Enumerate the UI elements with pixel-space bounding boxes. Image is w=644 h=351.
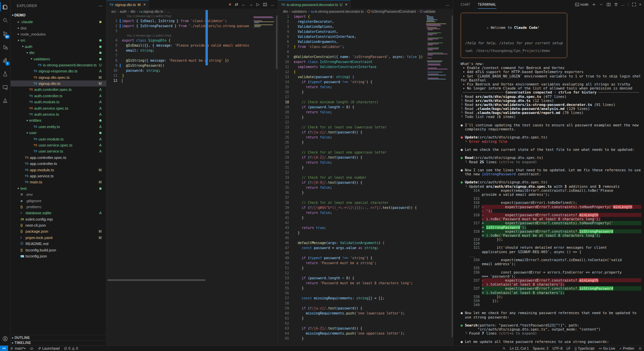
nav-back-icon[interactable]: ←: [242, 2, 246, 7]
azure-icon[interactable]: [0, 94, 11, 107]
terminal-output[interactable]: ✳ Welcome to Claude Code! /help for help…: [461, 9, 641, 345]
accounts-icon[interactable]: [0, 332, 11, 345]
code-line[interactable]: 49 if (typeof password !== 'string') {: [278, 255, 453, 260]
code-line[interactable]: 59 if (!/[a-z]/.test(password)) {: [278, 306, 453, 311]
breadcrumb-item[interactable]: src: [111, 9, 116, 13]
breadcrumb-item[interactable]: auth: [120, 9, 126, 13]
code-line[interactable]: 23 // Check for at least one lowercase l…: [278, 125, 453, 130]
close-icon[interactable]: ×: [345, 2, 347, 7]
new-terminal-icon[interactable]: [592, 2, 596, 7]
breadcrumb-item[interactable]: validate: [420, 9, 435, 13]
tree-item[interactable]: ▾auth: [11, 44, 106, 50]
tree-item[interactable]: {}.prettierrc: [11, 204, 106, 210]
tree-item[interactable]: TSmain.tsM: [11, 179, 106, 185]
more-actions-icon[interactable]: …: [621, 2, 625, 6]
publish-changes[interactable]: [28, 346, 36, 351]
tree-item[interactable]: {}package.jsonM: [11, 228, 106, 234]
compare-icon[interactable]: ⇄: [235, 2, 238, 7]
tree-item[interactable]: ▸.claude: [11, 19, 106, 25]
code-line[interactable]: 65 }: [278, 336, 453, 341]
tree-item[interactable]: ▾entities: [11, 117, 106, 123]
end-of-line[interactable]: LF: [565, 346, 573, 351]
code-line[interactable]: 16 }: [278, 90, 453, 95]
code-line[interactable]: 62: [278, 321, 453, 326]
tree-item[interactable]: ≡database.sqliteA: [11, 210, 106, 216]
code-line[interactable]: 37: [278, 195, 453, 200]
code-line[interactable]: 15 return false;: [278, 84, 453, 90]
code-line[interactable]: 43 return true;: [278, 225, 453, 230]
code-line[interactable]: 46 defaultMessage(args: ValidationArgume…: [278, 240, 453, 245]
code-line[interactable]: 27: [278, 145, 453, 150]
code-line[interactable]: 36 }: [278, 190, 453, 195]
breadcrumb-item[interactable]: TSis-strong-password.decorator.ts: [310, 9, 364, 13]
code-line[interactable]: 61 }: [278, 316, 453, 321]
breadcrumb-item[interactable]: TSsignup.dto.ts: [139, 9, 163, 13]
run-and-debug-icon[interactable]: [0, 40, 11, 54]
language-mode[interactable]: {}TypeScript: [573, 346, 596, 351]
tree-item[interactable]: TSauth.controller.tsA: [11, 93, 106, 99]
claude-icon[interactable]: ∗: [228, 2, 232, 7]
nav-forward-icon[interactable]: →: [249, 2, 253, 7]
code-line[interactable]: 32: [278, 170, 453, 175]
code-line[interactable]: 28 // Check for at least one uppercase l…: [278, 150, 453, 155]
code-line[interactable]: 22: [278, 120, 453, 125]
remote-explorer-icon[interactable]: [0, 80, 11, 94]
code-line[interactable]: 51 }: [278, 266, 453, 271]
go-live[interactable]: Go Live: [596, 346, 617, 351]
code-line[interactable]: 4export class SignupDto {: [107, 38, 278, 43]
code-line[interactable]: 33 // Check for at least one number: [278, 175, 453, 180]
tree-item[interactable]: ◆.gitignore: [11, 197, 106, 203]
search-icon[interactable]: [0, 13, 11, 27]
code-line[interactable]: 24 if (!/[a-z]/.test(password)) {: [278, 130, 453, 135]
tab-terminal[interactable]: TERMINAL: [478, 0, 496, 9]
tree-item[interactable]: ▾src: [11, 37, 106, 43]
code-line[interactable]: 12: [107, 78, 278, 83]
code-line[interactable]: 3: [107, 28, 278, 34]
code-line[interactable]: 19 if (password.length < 8) {: [278, 105, 453, 110]
code-line[interactable]: 63 if (!/[A-Z]/.test(password)) {: [278, 326, 453, 331]
code-line[interactable]: 41 }: [278, 215, 453, 220]
code-line[interactable]: 17: [278, 95, 453, 100]
tree-item[interactable]: TSauth.controller.spec.tsA: [11, 86, 106, 93]
tree-item[interactable]: TSapp.module.tsM: [11, 167, 106, 173]
source-control-icon[interactable]: 50: [0, 27, 11, 40]
code-line[interactable]: 64 missingRequirements.push('one upperca…: [278, 331, 453, 336]
tree-item[interactable]: ▸dist: [11, 25, 106, 31]
tree-item[interactable]: ▾validators: [11, 56, 106, 62]
code-line[interactable]: 20 return false;: [278, 110, 453, 115]
git-branch[interactable]: main*+: [8, 346, 28, 351]
code-line[interactable]: 1import { IsEmail, IsString } from 'clas…: [107, 18, 278, 23]
tree-item[interactable]: TSsignup.dto.spec.tsM: [11, 74, 106, 80]
tree-item[interactable]: !pnpm-lock.yamlM: [11, 235, 106, 241]
code-line[interactable]: 18 // Check minimum length (8 characters…: [278, 100, 453, 105]
tree-item[interactable]: TSuser.entity.tsA: [11, 124, 106, 130]
more-actions-icon[interactable]: …: [271, 2, 275, 7]
tree-item[interactable]: ▾dto: [11, 50, 106, 56]
tree-item[interactable]: TSauth.service.spec.tsA: [11, 105, 106, 111]
code-line[interactable]: 60 missingRequirements.push('one lowerca…: [278, 311, 453, 316]
code-line[interactable]: 8 @IsString({ message: 'Password must be…: [107, 58, 278, 63]
tree-item[interactable]: TStsconfig.json: [11, 253, 106, 259]
tab-is-strong-password-decorator-ts[interactable]: TS is-strong-password.decorator.ts U ×: [278, 0, 351, 9]
code-line[interactable]: 7: [107, 53, 278, 58]
tree-item[interactable]: TSauth.service.tsA: [11, 111, 106, 117]
code-line[interactable]: 42: [278, 220, 453, 225]
code-line[interactable]: 6 email: string;: [107, 48, 278, 53]
tree-item[interactable]: JSeslint.config.mjs: [11, 216, 106, 222]
split-terminal-icon[interactable]: [606, 2, 611, 7]
tab-signup-dto-ts[interactable]: TS signup.dto.ts M ×: [107, 0, 149, 9]
more-actions-icon[interactable]: ⋯: [99, 3, 103, 8]
code-line[interactable]: 52: [278, 271, 453, 276]
tree-item[interactable]: ▸test: [11, 185, 106, 191]
search-status[interactable]: [500, 346, 508, 351]
code-line[interactable]: 10 password: string;: [107, 68, 278, 73]
code-line[interactable]: 31 }: [278, 165, 453, 170]
kill-terminal-icon[interactable]: [614, 2, 618, 7]
problems[interactable]: 00: [62, 346, 80, 351]
code-line[interactable]: 58: [278, 301, 453, 306]
cursor-position[interactable]: Ln 12, Col 1: [508, 346, 531, 351]
minimap[interactable]: [253, 15, 276, 30]
tree-item[interactable]: TSapp.controller.spec.ts: [11, 155, 106, 161]
tree-item[interactable]: ▾user: [11, 130, 106, 136]
tree-item[interactable]: TSuser.service.spec.tsA: [11, 142, 106, 148]
